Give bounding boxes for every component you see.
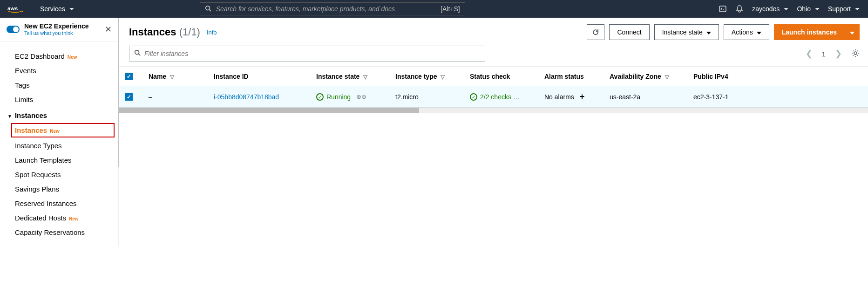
next-page-button[interactable]: ❯ <box>835 48 842 59</box>
cell-name: – <box>142 86 207 108</box>
new-experience-toggle[interactable] <box>7 26 20 33</box>
search-shortcut: [Alt+S] <box>441 5 460 13</box>
launch-instances-button[interactable]: Launch instances <box>774 24 845 40</box>
cell-alarm-status: No alarms <box>544 93 574 101</box>
sort-icon[interactable]: ▽ <box>363 74 367 80</box>
services-menu[interactable]: Services <box>35 5 79 13</box>
table-row[interactable]: – i-05bb8d08747b18bad ✓ Running ⊕⊖ t2.mi… <box>119 86 868 108</box>
support-menu[interactable]: Support <box>828 5 860 13</box>
sort-icon[interactable]: ▽ <box>170 74 174 80</box>
settings-icon[interactable] <box>851 49 860 59</box>
new-experience-title: New EC2 Experience <box>24 22 89 30</box>
notifications-icon[interactable] <box>735 5 744 13</box>
row-checkbox[interactable] <box>125 93 133 101</box>
status-ok-icon: ✓ <box>316 93 324 101</box>
search-icon <box>205 5 211 13</box>
svg-point-4 <box>135 50 139 55</box>
horizontal-scrollbar[interactable] <box>119 108 419 113</box>
close-icon[interactable]: ✕ <box>105 24 112 34</box>
prev-page-button[interactable]: ❮ <box>806 48 813 59</box>
cell-instance-state: ✓ Running <box>316 93 351 101</box>
cell-status-check: ✓ 2/2 checks … <box>470 93 520 101</box>
svg-point-1 <box>205 6 210 10</box>
connect-button[interactable]: Connect <box>609 24 649 40</box>
sidebar-item-capacity-reservations[interactable]: Capacity Reservations <box>0 225 118 240</box>
aws-logo[interactable]: aws <box>0 5 35 13</box>
chevron-down-icon <box>757 28 761 36</box>
info-link[interactable]: Info <box>207 29 217 36</box>
col-status-check[interactable]: Status check <box>470 73 510 80</box>
add-alarm-icon[interactable]: + <box>580 92 585 101</box>
filter-input-field[interactable] <box>144 50 480 57</box>
new-experience-banner: New EC2 Experience Tell us what you thin… <box>0 18 118 41</box>
cell-availability-zone: us-east-2a <box>603 86 687 108</box>
chevron-down-icon <box>706 28 711 36</box>
sidebar-item-events[interactable]: Events <box>0 63 118 78</box>
cell-public-ipv4: ec2-3-137-1 <box>687 86 868 108</box>
page-title: Instances (1/1) <box>129 26 200 38</box>
search-placeholder: Search for services, features, marketpla… <box>216 5 395 13</box>
sidebar-item-spot-requests[interactable]: Spot Requests <box>0 167 118 182</box>
col-alarm-status[interactable]: Alarm status <box>544 73 584 80</box>
svg-rect-3 <box>719 6 726 12</box>
sort-icon[interactable]: ▽ <box>441 74 445 80</box>
sidebar-item-reserved-instances[interactable]: Reserved Instances <box>0 196 118 211</box>
col-instance-state[interactable]: Instance state <box>316 73 359 80</box>
top-nav: aws Services Search for services, featur… <box>0 0 868 18</box>
col-name[interactable]: Name <box>149 73 166 80</box>
page-number: 1 <box>822 50 826 58</box>
col-public-ipv4[interactable]: Public IPv4 <box>693 73 728 80</box>
launch-instances-dropdown[interactable] <box>845 24 860 40</box>
instances-table: Name▽ Instance ID Instance state▽ Instan… <box>119 67 868 108</box>
sidebar: New EC2 Experience Tell us what you thin… <box>0 18 119 247</box>
filter-instances-input[interactable] <box>129 46 485 62</box>
status-ok-icon: ✓ <box>470 93 477 101</box>
sidebar-item-ec2-dashboard[interactable]: EC2 DashboardNew <box>0 49 118 63</box>
cell-instance-type: t2.micro <box>389 86 463 108</box>
sidebar-item-launch-templates[interactable]: Launch Templates <box>0 153 118 167</box>
svg-line-5 <box>139 54 141 56</box>
sidebar-item-instance-types[interactable]: Instance Types <box>0 138 118 153</box>
sidebar-item-tags[interactable]: Tags <box>0 78 118 92</box>
cloudshell-icon[interactable] <box>719 5 727 13</box>
state-detail-icon[interactable]: ⊕⊖ <box>356 93 366 100</box>
actions-button[interactable]: Actions <box>724 24 769 40</box>
sidebar-group-instances[interactable]: Instances <box>0 107 118 122</box>
svg-text:aws: aws <box>7 5 18 11</box>
refresh-button[interactable] <box>587 24 604 40</box>
col-instance-id[interactable]: Instance ID <box>214 73 249 80</box>
cell-instance-id[interactable]: i-05bb8d08747b18bad <box>214 93 279 101</box>
search-icon <box>134 49 141 58</box>
col-availability-zone[interactable]: Availability Zone <box>610 73 661 80</box>
sidebar-item-instances[interactable]: InstancesNew <box>11 123 115 137</box>
global-search[interactable]: Search for services, features, marketpla… <box>200 2 465 15</box>
new-experience-feedback-link[interactable]: Tell us what you think <box>24 30 89 36</box>
main-content: Instances (1/1) Info Connect Instance st… <box>119 18 868 247</box>
chevron-down-icon <box>850 28 854 36</box>
select-all-checkbox[interactable] <box>125 73 133 80</box>
instance-state-button[interactable]: Instance state <box>654 24 719 40</box>
sidebar-item-limits[interactable]: Limits <box>0 92 118 107</box>
refresh-icon <box>592 28 599 36</box>
svg-point-6 <box>854 52 857 55</box>
region-menu[interactable]: Ohio <box>797 5 820 13</box>
sidebar-item-dedicated-hosts[interactable]: Dedicated HostsNew <box>0 211 118 225</box>
horizontal-scrollbar-track: ◀ <box>119 108 868 113</box>
col-instance-type[interactable]: Instance type <box>395 73 437 80</box>
sidebar-item-savings-plans[interactable]: Savings Plans <box>0 182 118 196</box>
account-menu[interactable]: zaycodes <box>752 5 788 13</box>
sort-icon[interactable]: ▽ <box>665 74 669 80</box>
svg-line-2 <box>209 9 211 11</box>
